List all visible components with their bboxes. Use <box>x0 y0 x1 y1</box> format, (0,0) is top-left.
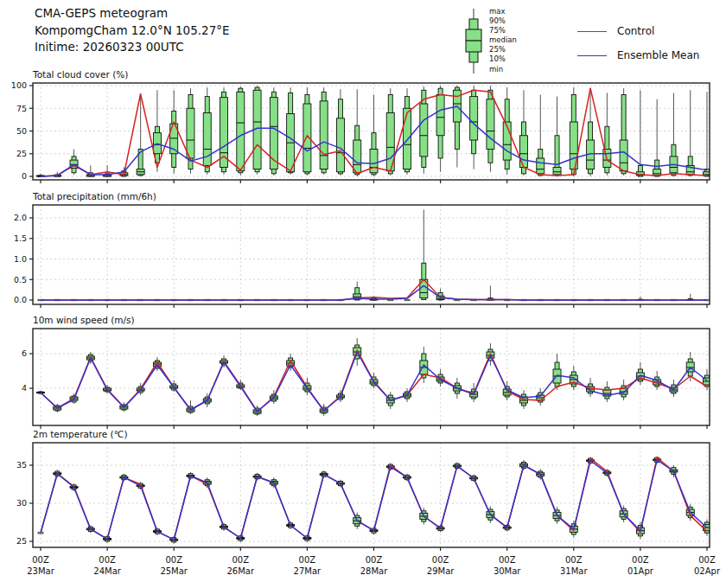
svg-text:30: 30 <box>16 498 27 508</box>
panel-title-1: Total precipitation (mm/6h) <box>32 191 156 201</box>
x-label-hour: 00Z <box>499 555 516 565</box>
x-label-date: 25Mar <box>160 566 188 576</box>
control-line-swatch <box>577 31 607 32</box>
legend-label-min: min <box>489 65 517 74</box>
panel-3-data <box>38 456 711 543</box>
svg-text:2.0: 2.0 <box>14 213 27 222</box>
x-label-date: 26Mar <box>227 566 255 576</box>
panel-title-0: Total cloud cover (%) <box>32 69 128 80</box>
ensemble-label: Ensemble Mean <box>617 49 699 61</box>
boxplot-legend: max 90% 75% median 25% 10% min <box>463 7 517 76</box>
svg-text:0.0: 0.0 <box>14 295 27 304</box>
legend-entry-control: Control <box>577 19 699 43</box>
svg-text:35: 35 <box>16 460 27 470</box>
svg-text:6: 6 <box>22 348 27 358</box>
x-label-date: 02Apr <box>694 566 721 576</box>
x-label-hour: 00Z <box>32 555 49 565</box>
x-label-hour: 00Z <box>232 555 250 565</box>
x-label-hour: 00Z <box>366 555 383 565</box>
svg-text:0: 0 <box>22 171 27 181</box>
svg-text:25: 25 <box>16 536 27 546</box>
svg-text:0.5: 0.5 <box>14 275 27 284</box>
panel-title-2: 10m wind speed (m/s) <box>33 315 135 325</box>
svg-text:1.5: 1.5 <box>14 233 27 243</box>
x-label-date: 29Mar <box>427 566 455 576</box>
legend-label-90: 90% <box>489 16 517 26</box>
legend-label-25: 25% <box>489 45 517 54</box>
figure-title: CMA-GEPS meteogram <box>35 5 230 22</box>
figure-header: CMA-GEPS meteogram KompomgCham 12.0°N 10… <box>35 5 230 56</box>
meteogram-figure: 0255075100Total cloud cover (%)0.00.51.0… <box>0 0 726 588</box>
svg-text:25: 25 <box>16 149 27 158</box>
line-legend: Control Ensemble Mean <box>577 19 699 67</box>
legend-label-max: max <box>489 7 517 16</box>
x-label-date: 23Mar <box>27 566 54 576</box>
x-label-date: 27Mar <box>294 566 322 576</box>
x-label-hour: 00Z <box>299 555 316 565</box>
panel-title-3: 2m temperature (℃) <box>33 429 128 439</box>
boxplot-legend-labels: max 90% 75% median 25% 10% min <box>489 7 517 76</box>
x-label-date: 01Apr <box>627 566 654 576</box>
control-label: Control <box>617 25 654 37</box>
x-label-hour: 00Z <box>698 555 716 565</box>
svg-text:100: 100 <box>11 80 27 90</box>
svg-text:4: 4 <box>22 383 27 393</box>
legend-label-75: 75% <box>489 26 517 35</box>
x-label-hour: 00Z <box>565 555 583 565</box>
x-label-hour: 00Z <box>165 555 182 565</box>
panel-2: 4610m wind speed (m/s) <box>22 315 711 429</box>
station-location: KompomgCham 12.0°N 105.27°E <box>35 22 230 40</box>
control-line <box>41 279 707 300</box>
x-label-date: 24Mar <box>93 566 121 576</box>
legend-label-10: 10% <box>489 54 517 64</box>
x-label-date: 30Mar <box>494 566 521 576</box>
x-label-date: 28Mar <box>360 566 388 576</box>
meteogram-chart: 0255075100Total cloud cover (%)0.00.51.0… <box>0 0 726 588</box>
x-label-hour: 00Z <box>99 555 116 565</box>
svg-text:50: 50 <box>16 126 27 136</box>
ensemble-line-swatch <box>577 55 607 56</box>
legend-label-median: median <box>489 35 517 45</box>
legend-entry-ensemble: Ensemble Mean <box>577 43 699 67</box>
init-time: Initime: 20260323 00UTC <box>35 39 230 56</box>
panel-1: 0.00.51.01.52.0Total precipitation (mm/6… <box>14 191 710 308</box>
panel-3: 2530352m temperature (℃) <box>16 429 711 551</box>
panel-2-data <box>37 338 711 416</box>
svg-text:75: 75 <box>16 104 27 113</box>
svg-text:1.0: 1.0 <box>14 254 27 264</box>
boxplot-glyph-icon <box>463 7 484 76</box>
panel-0: 0255075100Total cloud cover (%) <box>11 69 711 183</box>
x-label-hour: 00Z <box>432 555 449 565</box>
x-label-hour: 00Z <box>632 555 649 565</box>
x-label-date: 31Mar <box>560 566 588 576</box>
